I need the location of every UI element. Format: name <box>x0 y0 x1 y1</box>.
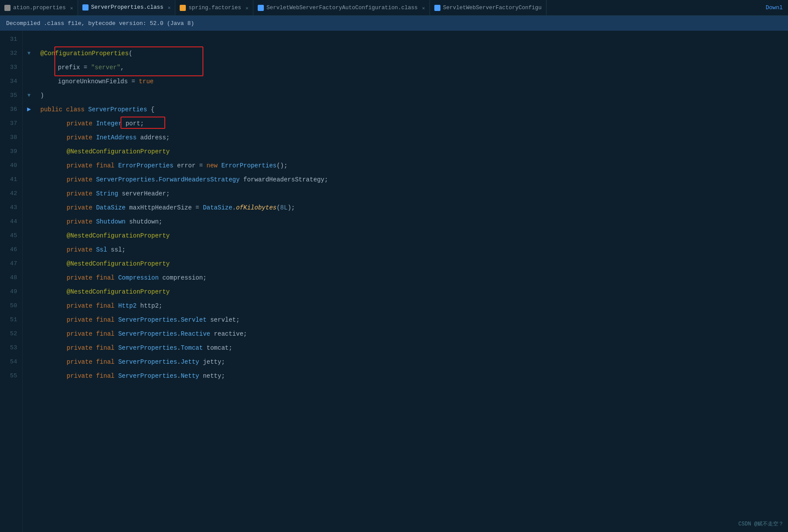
tab-close-4[interactable]: ✕ <box>422 5 425 11</box>
line-num-33: 33 <box>0 60 17 74</box>
gutter: ▼ ▼ ► <box>23 31 35 532</box>
code-line-42: private String serverHeader; <box>39 187 788 201</box>
run-icon-36[interactable]: ► <box>27 103 31 117</box>
line-num-53: 53 <box>0 341 17 355</box>
code-line-33: prefix = "server", <box>39 60 788 74</box>
line-num-43: 43 <box>0 201 17 215</box>
tab-icon-1 <box>4 5 11 11</box>
line-num-48: 48 <box>0 271 17 285</box>
code-line-37: private Integer port; <box>39 117 788 131</box>
tab-close-3[interactable]: ✕ <box>245 5 248 11</box>
code-wrapper: @ConfigurationProperties( prefix = "serv… <box>35 31 788 532</box>
code-line-54: private final ServerProperties.Jetty jet… <box>39 355 788 369</box>
code-line-31 <box>39 32 788 46</box>
line-num-35: 35 <box>0 89 17 103</box>
tab-icon-3 <box>180 5 186 11</box>
code-line-41: private ServerProperties.ForwardHeadersS… <box>39 173 788 187</box>
code-line-49: @NestedConfigurationProperty <box>39 285 788 299</box>
line-num-51: 51 <box>0 313 17 327</box>
tab-close-2[interactable]: ✕ <box>168 5 171 11</box>
code-line-35: ) <box>39 89 788 103</box>
notification-text: Decompiled .class file, bytecode version… <box>6 20 194 27</box>
line-num-40: 40 <box>0 159 17 173</box>
code-area: 31 32 33 34 35 36 37 38 39 40 41 42 43 4… <box>0 31 788 532</box>
fold-icon-35[interactable]: ▼ <box>27 89 30 103</box>
line-num-37: 37 <box>0 117 17 131</box>
code-line-50: private final Http2 http2; <box>39 299 788 313</box>
line-num-42: 42 <box>0 187 17 201</box>
tab-server-properties[interactable]: ServerProperties.class ✕ <box>78 0 176 16</box>
line-num-36: 36 <box>0 103 17 117</box>
line-num-45: 45 <box>0 229 17 243</box>
tab-icon-4 <box>258 5 264 11</box>
code-line-51: private final ServerProperties.Servlet s… <box>39 313 788 327</box>
line-num-34: 34 <box>0 74 17 89</box>
line-num-55: 55 <box>0 369 17 383</box>
line-num-41: 41 <box>0 173 17 187</box>
tab-icon-5 <box>434 5 440 11</box>
code-line-46: private Ssl ssl; <box>39 243 788 257</box>
code-line-39: @NestedConfigurationProperty <box>39 145 788 159</box>
watermark: CSDN @赋不走空？ <box>738 520 784 528</box>
tab-icon-2 <box>82 4 89 11</box>
tab-label-2: ServerProperties.class <box>91 4 163 11</box>
code-line-53: private final ServerProperties.Tomcat to… <box>39 341 788 355</box>
code-line-44: private Shutdown shutdown; <box>39 215 788 229</box>
tab-close-1[interactable]: ✕ <box>70 5 73 11</box>
tab-bar: ation.properties ✕ ServerProperties.clas… <box>0 0 788 16</box>
code-line-36: public class ServerProperties { <box>39 103 788 117</box>
fold-icon-32[interactable]: ▼ <box>27 46 30 60</box>
code-line-52: private final ServerProperties.Reactive … <box>39 327 788 341</box>
line-num-44: 44 <box>0 215 17 229</box>
tab-label-5: ServletWebServerFactoryConfigu <box>443 5 542 11</box>
line-num-31: 31 <box>0 32 17 46</box>
code-line-38: private InetAddress address; <box>39 131 788 145</box>
line-num-32: 32 <box>0 46 17 60</box>
tab-label-3: spring.factories <box>188 5 241 11</box>
line-num-54: 54 <box>0 355 17 369</box>
code-content: @ConfigurationProperties( prefix = "serv… <box>35 31 788 385</box>
tab-application-properties[interactable]: ation.properties ✕ <box>0 0 78 16</box>
code-line-34: ignoreUnknownFields = true <box>39 74 788 89</box>
tab-servlet-auto-config[interactable]: ServletWebServerFactoryAutoConfiguration… <box>253 0 430 16</box>
line-num-39: 39 <box>0 145 17 159</box>
tab-label-4: ServletWebServerFactoryAutoConfiguration… <box>266 5 418 11</box>
line-num-52: 52 <box>0 327 17 341</box>
code-line-48: private final Compression compression; <box>39 271 788 285</box>
line-num-38: 38 <box>0 131 17 145</box>
code-line-45: @NestedConfigurationProperty <box>39 229 788 243</box>
tab-label-1: ation.properties <box>13 5 66 11</box>
code-line-43: private DataSize maxHttpHeaderSize = Dat… <box>39 201 788 215</box>
line-num-47: 47 <box>0 257 17 271</box>
line-num-49: 49 <box>0 285 17 299</box>
tab-servlet-factory-config[interactable]: ServletWebServerFactoryConfigu <box>430 0 547 16</box>
download-button[interactable]: Downl <box>766 0 788 15</box>
line-numbers: 31 32 33 34 35 36 37 38 39 40 41 42 43 4… <box>0 31 23 532</box>
line-num-50: 50 <box>0 299 17 313</box>
code-line-47: @NestedConfigurationProperty <box>39 257 788 271</box>
notification-bar: Decompiled .class file, bytecode version… <box>0 16 788 31</box>
line-num-46: 46 <box>0 243 17 257</box>
code-line-55: private final ServerProperties.Netty net… <box>39 369 788 383</box>
code-line-32: @ConfigurationProperties( <box>39 46 788 60</box>
tab-spring-factories[interactable]: spring.factories ✕ <box>175 0 253 16</box>
code-line-40: private final ErrorProperties error = ne… <box>39 159 788 173</box>
